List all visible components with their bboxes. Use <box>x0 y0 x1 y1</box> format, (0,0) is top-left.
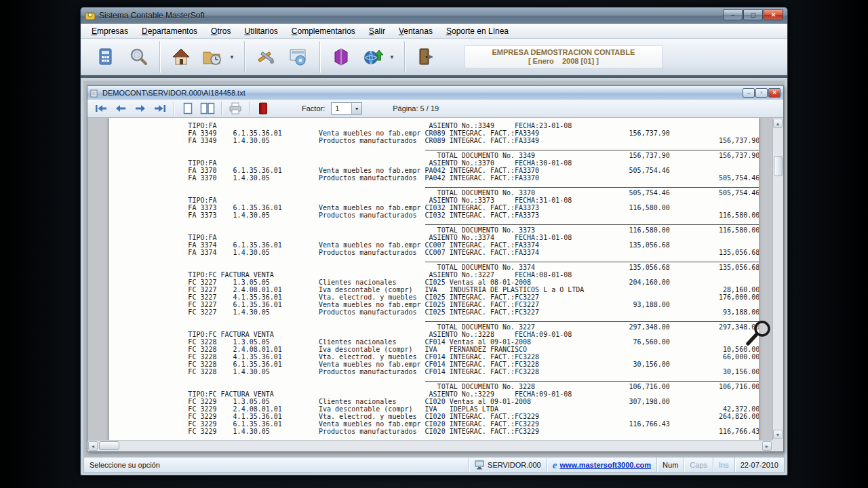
menu-otros[interactable]: Otros <box>204 24 237 38</box>
viewer-minimize-button[interactable]: – <box>743 88 755 98</box>
report-line: FA 33491.4.30.05Productos manufacturados… <box>115 137 757 144</box>
report-text: FA 3349 <box>188 129 216 137</box>
vertical-scroll-thumb[interactable] <box>774 156 783 176</box>
report-line: TOTAL DOCUMENTO No. 3227297,348.00297,34… <box>115 323 757 331</box>
report-text: 4.1.35.36.01 <box>233 293 282 301</box>
report-total-rule <box>425 262 759 262</box>
report-text: 1.4.30.05 <box>233 211 270 219</box>
single-page-view-icon[interactable] <box>180 102 196 115</box>
report-line: FC 32281.4.30.05Productos manufacturados… <box>115 368 757 375</box>
report-text: 116,766.43 <box>719 428 759 435</box>
factor-select[interactable]: 1 ▼ <box>331 102 362 115</box>
report-text: 116,580.00 <box>719 226 759 234</box>
system-config-icon[interactable] <box>287 45 310 68</box>
report-line: FC 32286.1.35.36.01Venta muebles no fab.… <box>115 361 757 368</box>
scroll-up-icon[interactable]: ▲ <box>773 119 783 128</box>
scroll-left-icon[interactable]: ◄ <box>88 441 98 451</box>
report-viewer-titlebar[interactable]: DEMOCONT\SERVIDOR.000\AI184458.txt – ▫ ✕ <box>87 86 783 100</box>
exit-door-icon[interactable] <box>414 45 437 68</box>
report-text: FA 3374 <box>188 249 216 256</box>
report-text: 1.4.30.05 <box>233 174 270 182</box>
tools-icon[interactable] <box>254 45 277 68</box>
maximize-button[interactable]: ▢ <box>743 9 763 20</box>
internet-explorer-icon: e <box>553 460 557 471</box>
scroll-down-icon[interactable]: ▼ <box>773 430 783 439</box>
report-viewer-window: DEMOCONT\SERVIDOR.000\AI184458.txt – ▫ ✕ <box>87 85 784 452</box>
report-text: TOTAL DOCUMENTO No. 3349 <box>437 152 536 159</box>
close-button[interactable]: ✕ <box>764 9 783 20</box>
report-line: TIPO:FC FACTURA VENTAASIENTO No.:3228FEC… <box>115 331 757 338</box>
report-text: TOTAL DOCUMENTO No. 3227 <box>437 323 536 331</box>
report-line: FC 32282.4.08.01.01Iva descontable (comp… <box>115 346 757 353</box>
report-text: 297,348.00 <box>719 323 759 331</box>
company-name: EMPRESA DEMOSTRACION CONTABLE <box>469 48 658 57</box>
report-text: 2.4.08.01.01 <box>233 405 282 413</box>
print-icon[interactable] <box>227 102 243 115</box>
scroll-right-icon[interactable]: ► <box>762 441 772 451</box>
report-text: 1.3.05.05 <box>233 338 270 346</box>
report-text: FECHA:30-01-08 <box>515 159 572 167</box>
web-update-icon[interactable] <box>362 45 385 68</box>
report-line: FC 32271.3.05.05Clientes nacionales CI02… <box>115 279 757 286</box>
next-page-icon[interactable] <box>132 102 149 115</box>
horizontal-scroll-thumb[interactable] <box>99 441 119 450</box>
minimize-button[interactable]: – <box>723 9 743 20</box>
website-link[interactable]: www.mastersoft3000.com <box>559 461 651 469</box>
menu-soporte[interactable]: Soporte en Línea <box>439 24 515 38</box>
history-dropdown-icon[interactable]: ▼ <box>229 54 235 60</box>
report-text: FC 3228 <box>188 368 216 375</box>
web-update-dropdown-icon[interactable]: ▼ <box>389 54 395 60</box>
calculator-icon[interactable] <box>94 45 117 68</box>
title-bar[interactable]: Sistema Contable MasterSoft – ▢ ✕ <box>81 7 787 24</box>
report-line: TOTAL DOCUMENTO No. 3374135,056.68135,05… <box>115 264 757 271</box>
window-title: Sistema Contable MasterSoft <box>99 11 205 20</box>
report-text: TIPO:FC FACTURA VENTA <box>188 390 273 398</box>
report-total-rule <box>425 187 759 188</box>
last-page-icon[interactable] <box>152 102 168 115</box>
report-text: TIPO:FC FACTURA VENTA <box>188 271 273 279</box>
report-text: 6.1.35.36.01 <box>233 167 282 174</box>
main-toolbar: ▼ ▼ <box>81 39 787 78</box>
report-text: Vta. electrod. y muebles CI020 INTEGRAC.… <box>319 413 539 420</box>
report-line: TOTAL DOCUMENTO No. 3349156,737.90156,73… <box>115 152 757 159</box>
menu-empresas[interactable]: Empresas <box>85 24 135 38</box>
first-page-icon[interactable] <box>93 102 109 115</box>
report-text: Vta. electrod. y muebles CI025 INTEGRAC.… <box>319 293 539 301</box>
report-text: 4.1.35.36.01 <box>233 413 282 420</box>
home-icon[interactable] <box>170 45 193 68</box>
report-text: TOTAL DOCUMENTO No. 3373 <box>437 226 536 234</box>
menu-ventanas[interactable]: Ventanas <box>392 24 439 38</box>
report-text: FC 3228 <box>188 338 216 346</box>
report-text: 106,716.00 <box>719 383 759 390</box>
previous-page-icon[interactable] <box>113 102 129 115</box>
menu-departamentos[interactable]: Departamentos <box>135 24 204 38</box>
two-page-view-icon[interactable] <box>199 102 216 115</box>
report-text: FC 3227 <box>188 279 216 286</box>
report-text: FC 3228 <box>188 353 216 361</box>
report-text: 42,372.00 <box>723 405 759 413</box>
viewer-close-button[interactable]: ✕ <box>768 88 781 98</box>
menu-utilitarios[interactable]: Utilitarios <box>237 24 284 38</box>
manual-book-icon[interactable] <box>330 45 353 68</box>
report-text: FC 3227 <box>188 308 216 316</box>
server-icon <box>475 460 485 470</box>
vertical-scrollbar[interactable]: ▲ ▼ <box>772 118 783 440</box>
mdi-workspace: DEMOCONT\SERVIDOR.000\AI184458.txt – ▫ ✕ <box>83 81 785 457</box>
menu-salir[interactable]: Salir <box>362 24 392 38</box>
search-icon[interactable] <box>127 45 150 68</box>
report-line: TIPO:FAASIENTO No.:3374FECHA:31-01-08 <box>115 234 757 241</box>
report-text: FECHA:23-01-08 <box>515 122 572 129</box>
factor-dropdown-icon[interactable]: ▼ <box>351 103 361 114</box>
menu-complementarios[interactable]: Complementarios <box>285 24 362 38</box>
report-text: Iva descontable (compr) IVA IDEPLAS LTDA <box>319 405 498 413</box>
report-text: Clientes nacionales CI025 Ventas al 08-0… <box>319 279 531 286</box>
close-report-icon[interactable] <box>255 102 271 115</box>
history-folder-icon[interactable] <box>202 45 225 68</box>
report-text: FC 3229 <box>188 405 216 413</box>
viewer-restore-button[interactable]: ▫ <box>755 88 768 98</box>
horizontal-scrollbar[interactable]: ◄ ► <box>87 440 772 451</box>
menu-bar: Empresas Departamentos Otros Utilitarios… <box>81 24 787 39</box>
report-text: FC 3229 <box>188 428 216 435</box>
report-text: TIPO:FA <box>188 122 216 129</box>
report-page: TIPO:FAASIENTO No.:3349FECHA:23-01-08FA … <box>109 118 759 440</box>
